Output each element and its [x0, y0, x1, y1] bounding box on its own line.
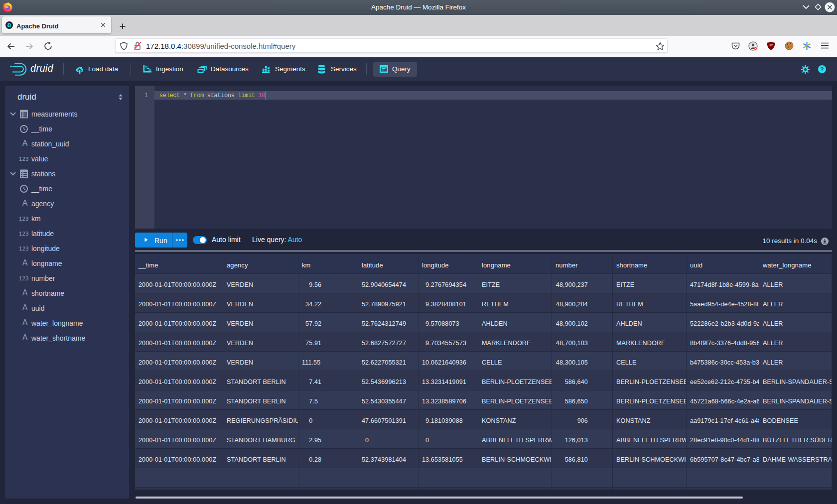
svg-text:?: ? — [820, 66, 824, 72]
svg-text:UO: UO — [769, 44, 773, 47]
